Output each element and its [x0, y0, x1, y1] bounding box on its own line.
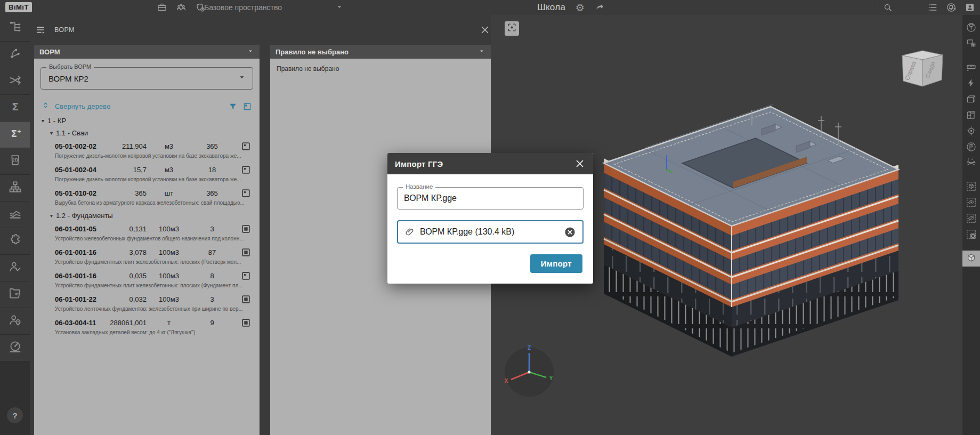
- frame-select-icon[interactable]: [242, 102, 252, 111]
- team-icon[interactable]: [175, 2, 187, 13]
- cube-solid-button[interactable]: [962, 251, 980, 267]
- gauge-button[interactable]: [0, 335, 30, 361]
- sheet-2d-button[interactable]: 2D: [0, 148, 30, 175]
- tree-item[interactable]: 06-01-001-160,035100м38Устройство фундам…: [34, 271, 260, 288]
- clear-file-icon[interactable]: [564, 226, 576, 238]
- selection-hex-icon: [966, 38, 977, 51]
- folder-share-button[interactable]: [0, 281, 30, 308]
- share-icon[interactable]: [594, 2, 606, 13]
- import-gge-dialog: Импорт ГГЭ Название Импорт: [387, 153, 593, 284]
- item-unit: т: [147, 319, 191, 327]
- sigma-button[interactable]: Σ: [0, 95, 30, 122]
- dialog-title: Импорт ГГЭ: [395, 159, 443, 168]
- file-field[interactable]: [420, 227, 564, 237]
- ruler-button[interactable]: [962, 60, 980, 76]
- eye-off-button[interactable]: [962, 211, 980, 227]
- building-model[interactable]: [592, 104, 912, 366]
- section-box-button[interactable]: [962, 92, 980, 108]
- square-dot-icon[interactable]: [241, 188, 251, 198]
- dialog-close-icon[interactable]: [574, 158, 586, 170]
- tree-item[interactable]: 05-01-010-02365шт365Вырубка бетона из ар…: [34, 188, 260, 206]
- sigma-plus-button[interactable]: Σ+: [0, 122, 30, 148]
- tree-item[interactable]: 06-01-001-050,131100м33Устройство железо…: [34, 224, 260, 241]
- square-dot-icon[interactable]: [241, 141, 251, 151]
- floorplan-button[interactable]: [962, 108, 980, 124]
- line-chart-icon: [8, 206, 22, 223]
- item-count: 8: [191, 272, 233, 280]
- item-count: 87: [191, 248, 233, 256]
- tree-group[interactable]: ▾1.2 - Фундаменты: [34, 212, 260, 220]
- worm-select-label: Выбрать ВОРМ: [46, 63, 94, 70]
- line-chart-button[interactable]: [0, 202, 30, 228]
- item-volume: 288061,001: [104, 319, 147, 327]
- hierarchy-tree-icon: [8, 20, 22, 36]
- square-dot-icon[interactable]: [241, 165, 251, 175]
- clear-frame-button[interactable]: [962, 227, 980, 243]
- worm-select-value: ВОРМ КР2: [48, 74, 88, 83]
- user-location-button[interactable]: [0, 308, 30, 335]
- gear-icon[interactable]: ⚙: [574, 2, 586, 13]
- square-filled-icon[interactable]: [241, 318, 251, 328]
- tree-group[interactable]: ▾1.1 - Сваи: [34, 129, 260, 137]
- ghost-cube-button[interactable]: [962, 179, 980, 195]
- list-icon[interactable]: [927, 2, 938, 13]
- worm-select[interactable]: Выбрать ВОРМ ВОРМ КР2: [41, 67, 253, 90]
- tree-item[interactable]: 06-03-004-11288061,001т9Установка заклад…: [34, 318, 260, 335]
- flag-circle-button[interactable]: [962, 140, 980, 156]
- axis-gizmo[interactable]: Z X Y: [498, 342, 560, 404]
- flash-button[interactable]: [962, 76, 980, 92]
- axis-lines-button[interactable]: 12: [962, 156, 980, 172]
- item-count: 18: [191, 166, 233, 174]
- eye-off-icon: [966, 213, 977, 226]
- tree-item[interactable]: 06-01-001-220,032100м33Устройство ленточ…: [34, 294, 260, 312]
- flag-circle-icon: [966, 141, 977, 155]
- item-volume: 3,078: [104, 248, 147, 256]
- filter-funnel-icon[interactable]: [228, 102, 238, 111]
- workspace-select[interactable]: Базовое пространство: [204, 0, 344, 15]
- rule-body-text: Правило не выбрано: [270, 59, 491, 79]
- rule-section-header[interactable]: Правило не выбрано: [270, 45, 491, 59]
- tree-item[interactable]: 05-01-002-02211,904м3365Погружение дизел…: [34, 141, 260, 159]
- help-wrap: ?: [0, 407, 30, 435]
- tree-item[interactable]: 05-01-002-0415,7м318Погружение дизель-мо…: [34, 165, 260, 182]
- item-description: Вырубка бетона из арматурного каркаса же…: [34, 200, 260, 206]
- focus-model-button[interactable]: [505, 21, 519, 36]
- import-button[interactable]: Импорт: [530, 254, 582, 273]
- search-icon[interactable]: [882, 2, 894, 13]
- tree-group[interactable]: ▾1 - КР: [34, 117, 260, 125]
- nature-tree-button[interactable]: [962, 20, 980, 36]
- worm-section-header[interactable]: ВОРМ: [34, 45, 260, 59]
- name-field[interactable]: [404, 194, 577, 203]
- tree-item[interactable]: 06-01-001-163,078100м387Устройство фунда…: [34, 247, 260, 265]
- square-filled-icon[interactable]: [241, 294, 251, 304]
- navigation-cube[interactable]: Справа Сзади: [897, 48, 948, 90]
- user-check-button[interactable]: [0, 255, 30, 281]
- item-volume: 0,032: [104, 295, 147, 303]
- square-filled-icon[interactable]: [241, 247, 251, 257]
- help-button[interactable]: ?: [7, 407, 23, 423]
- svg-text:2: 2: [971, 157, 973, 160]
- briefcase-icon[interactable]: [156, 2, 168, 13]
- panel-close-icon[interactable]: [479, 24, 491, 36]
- shuffle-button[interactable]: [0, 68, 30, 95]
- account-icon[interactable]: [964, 2, 976, 13]
- eye-button[interactable]: [962, 195, 980, 211]
- bell-sync-icon[interactable]: [945, 2, 957, 13]
- branch-merge-button[interactable]: [0, 42, 30, 68]
- hierarchy-tree-button[interactable]: [0, 15, 30, 42]
- axis-y-label: Y: [549, 375, 553, 381]
- item-count: 9: [191, 319, 233, 327]
- sitemap-button[interactable]: [0, 175, 30, 202]
- selection-hex-button[interactable]: [962, 36, 980, 52]
- collapse-tree-link[interactable]: Свернуть дерево: [42, 101, 110, 111]
- puzzle-button[interactable]: [0, 228, 30, 255]
- locate-button[interactable]: [962, 124, 980, 140]
- sigma-plus-icon: Σ+: [8, 126, 22, 143]
- panel-menu-icon[interactable]: [35, 24, 47, 36]
- nature-tree-icon: [966, 22, 977, 35]
- square-dot-icon[interactable]: [241, 271, 251, 281]
- user-location-icon: [8, 313, 22, 329]
- square-filled-icon[interactable]: [241, 224, 251, 234]
- caret-down-icon: [247, 47, 254, 57]
- item-unit: 100м3: [147, 272, 191, 280]
